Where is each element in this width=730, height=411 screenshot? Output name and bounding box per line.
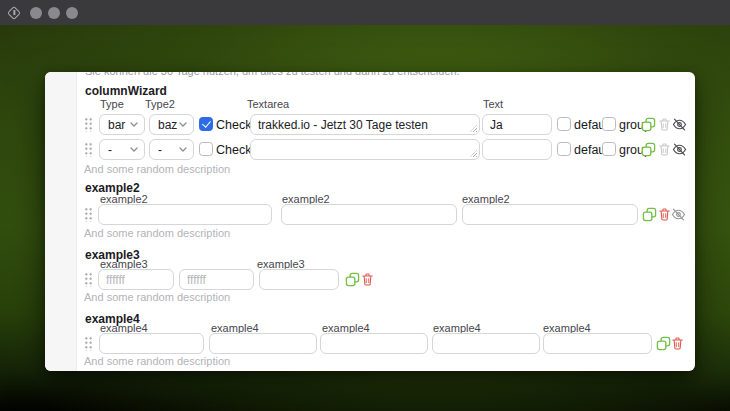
trash-icon [659,143,670,156]
diamond-logo-icon [7,5,21,19]
example2-field[interactable] [281,204,457,225]
type2-select-value: - [158,143,162,157]
section-description: And some random description [84,355,230,367]
chevron-down-icon [179,122,187,127]
form-panel: Sie können die 30 Tage nutzen, um alles … [45,72,695,371]
duplicate-row-button[interactable] [641,142,656,157]
section-description: And some random description [84,163,230,175]
eye-slash-icon [671,208,686,221]
delete-row-button[interactable] [362,273,373,286]
delete-row-button[interactable] [672,337,683,350]
duplicate-row-button[interactable] [656,336,671,351]
duplicate-row-button[interactable] [641,117,656,132]
delete-row-button[interactable] [659,143,670,156]
chevron-down-icon [179,147,187,152]
type-select-value: - [108,143,112,157]
drag-handle-dots-icon[interactable] [84,207,92,222]
trash-icon [659,118,670,131]
drag-handle-dots-icon[interactable] [84,117,92,132]
window-dot-3[interactable] [66,7,78,19]
field-label-text: Text [483,98,503,110]
window-dot-1[interactable] [30,7,42,19]
drag-handle-dots-icon[interactable] [84,272,92,287]
trash-icon [659,208,670,221]
type2-select[interactable]: - [149,139,194,160]
group-checkbox[interactable] [602,117,616,131]
copy-icon [641,142,656,157]
trash-icon [362,273,373,286]
checkbox[interactable] [199,142,213,156]
example4-field[interactable] [209,333,317,354]
field-label-type2: Type2 [145,98,175,110]
example4-field[interactable] [320,333,428,354]
field-label-type: Type [100,98,124,110]
group-checkbox[interactable] [602,142,616,156]
toggle-visibility-button[interactable] [672,118,687,131]
toggle-visibility-button[interactable] [672,143,687,156]
text-field[interactable] [482,114,552,135]
copy-icon [641,117,656,132]
section-description: And some random description [84,291,230,303]
eye-slash-icon [672,143,687,156]
type2-select-value: baz [158,118,177,132]
example4-field[interactable] [99,333,204,354]
example3-field[interactable] [179,269,254,290]
window-dot-2[interactable] [48,7,60,19]
copy-icon [656,336,671,351]
duplicate-row-button[interactable] [642,207,657,222]
example3-field[interactable] [98,269,174,290]
chevron-down-icon [130,122,138,127]
text-field[interactable] [482,139,552,160]
example4-field[interactable] [543,333,652,354]
trash-icon [672,337,683,350]
textarea-input[interactable]: trakked.io - Jetzt 30 Tage testen [251,115,479,134]
panel-left-gutter [45,72,77,371]
desktop-background: Sie können die 30 Tage nutzen, um alles … [0,0,730,411]
clipped-description-text: Sie können die 30 Tage nutzen, um alles … [85,72,683,77]
textarea-field[interactable]: trakked.io - Jetzt 30 Tage testen [250,114,480,135]
example4-field[interactable] [432,333,540,354]
drag-handle-dots-icon[interactable] [84,336,92,351]
example2-field[interactable] [462,204,638,225]
section-description: And some random description [84,227,230,239]
delete-row-button[interactable] [659,118,670,131]
type-select[interactable]: bar [99,114,145,135]
drag-handle-dots-icon[interactable] [84,142,92,157]
chevron-down-icon [130,147,138,152]
section-heading-columnwizard: columnWizard [85,84,167,98]
type-select-value: bar [108,118,125,132]
textarea-field[interactable] [250,139,480,160]
duplicate-row-button[interactable] [345,272,360,287]
checkbox[interactable] [199,117,213,131]
type-select[interactable]: - [99,139,145,160]
delete-row-button[interactable] [659,208,670,221]
default-checkbox[interactable] [557,142,571,156]
toggle-visibility-button[interactable] [671,208,686,221]
window-titlebar [0,0,730,25]
type2-select[interactable]: baz [149,114,194,135]
example2-field[interactable] [98,204,272,225]
default-checkbox[interactable] [557,117,571,131]
copy-icon [345,272,360,287]
example3-field[interactable] [259,269,339,290]
field-label-textarea: Textarea [247,98,289,110]
eye-slash-icon [672,118,687,131]
textarea-input[interactable] [251,140,479,159]
copy-icon [642,207,657,222]
